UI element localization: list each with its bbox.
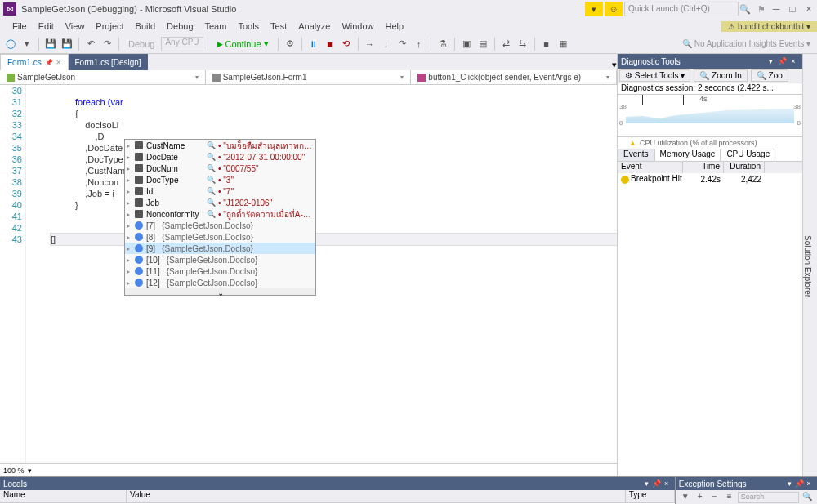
intellisense-item-row[interactable]: ▸[10]{SampleGetJson.DocIso} <box>125 254 315 265</box>
event-row[interactable]: Breakpoint Hit 2.42s 2,422 <box>618 173 802 185</box>
intellisense-property-row[interactable]: ▸Nonconformity🔍• "ถูกต้ำรัดความเมื่อที่A… <box>125 208 315 220</box>
close-icon[interactable]: × <box>804 479 814 488</box>
config-combo[interactable]: Debug <box>123 39 159 49</box>
quick-launch-input[interactable]: Quick Launch (Ctrl+Q) <box>624 2 739 16</box>
tools-icon[interactable]: ⚗ <box>435 37 450 51</box>
btn1-icon[interactable]: ▣ <box>459 37 474 51</box>
dropdown-icon[interactable]: ▾ <box>784 479 794 488</box>
intellisense-item-row[interactable]: ▸[11]{SampleGetJson.DocIso} <box>125 265 315 277</box>
code-body[interactable]: foreach (var { docIsoLi ,D ,DocDate ,Doc… <box>26 85 617 463</box>
tab-form1-design[interactable]: Form1.cs [Design] <box>69 54 148 70</box>
close-button[interactable]: × <box>801 3 817 15</box>
btn3-icon[interactable]: ⇄ <box>499 37 514 51</box>
forward-icon[interactable]: ▾ <box>20 37 34 51</box>
btn4-icon[interactable]: ⇆ <box>516 37 530 51</box>
intellisense-property-row[interactable]: ▸DocNum🔍• "0007/55" <box>125 163 315 174</box>
step-into-icon[interactable]: ↓ <box>379 37 394 51</box>
intellisense-property-row[interactable]: ▸Job🔍• "J1202-0106" <box>125 197 315 208</box>
col-event[interactable]: Event <box>618 162 683 173</box>
flag-icon[interactable]: ⚑ <box>755 4 768 15</box>
intellisense-property-row[interactable]: ▸DocType🔍• "3" <box>125 174 315 185</box>
app-insights-link[interactable]: 🔍 No Application Insights Events ▾ <box>682 39 810 48</box>
intellisense-item-row[interactable]: ▸[9]{SampleGetJson.DocIso} <box>125 243 315 254</box>
restart-icon[interactable]: ⟲ <box>339 37 354 51</box>
col-name[interactable]: Name <box>0 490 127 502</box>
pin-icon[interactable]: 📌 <box>776 57 788 65</box>
show-next-icon[interactable]: → <box>363 37 377 51</box>
redo-icon[interactable]: ↷ <box>100 37 114 51</box>
maximize-button[interactable]: □ <box>784 3 801 15</box>
continue-button[interactable]: Continue ▾ <box>212 38 274 49</box>
menu-analyze[interactable]: Analyze <box>292 21 336 31</box>
zoom-out-button[interactable]: 🔍 Zoo <box>751 69 788 82</box>
intellisense-item-row[interactable]: ▸[7]{SampleGetJson.DocIso} <box>125 220 315 231</box>
back-icon[interactable]: ◯ <box>3 37 18 51</box>
btn6-icon[interactable]: ▦ <box>556 37 570 51</box>
close-icon[interactable]: × <box>56 58 61 67</box>
btn5-icon[interactable]: ■ <box>539 37 554 51</box>
undo-icon[interactable]: ↶ <box>83 37 98 51</box>
exc-search-input[interactable]: Search <box>738 492 799 503</box>
intellisense-property-row[interactable]: ▸Id🔍• "7" <box>125 185 315 197</box>
tab-events[interactable]: Events <box>618 149 654 161</box>
menu-debug[interactable]: Debug <box>161 21 199 31</box>
menu-tools[interactable]: Tools <box>232 21 265 31</box>
dropdown-icon[interactable]: ▾ <box>642 479 652 488</box>
feedback-icon[interactable]: ☺ <box>605 2 623 16</box>
menu-edit[interactable]: Edit <box>33 21 60 31</box>
search-icon[interactable]: 🔍 <box>801 492 814 503</box>
col-duration[interactable]: Duration <box>724 162 765 173</box>
menu-view[interactable]: View <box>60 21 91 31</box>
intellisense-property-row[interactable]: ▸CustName🔍• "บมจ็อดืมสำเนุลเทาทกรณ์" <box>125 140 315 151</box>
col-time[interactable]: Time <box>683 162 724 173</box>
namespace-combo[interactable]: SampleGetJson <box>0 70 206 84</box>
step-over-icon[interactable]: ↷ <box>395 37 410 51</box>
tab-memory-usage[interactable]: Memory Usage <box>654 149 721 161</box>
tab-cpu-usage[interactable]: CPU Usage <box>721 149 775 161</box>
tab-form1-cs[interactable]: Form1.cs 📌 × <box>0 54 69 70</box>
col-value[interactable]: Value <box>127 490 626 502</box>
menu-test[interactable]: Test <box>265 21 292 31</box>
menu-build[interactable]: Build <box>130 21 161 31</box>
platform-combo[interactable]: Any CPU <box>161 37 203 51</box>
menu-file[interactable]: File <box>7 21 33 31</box>
tab-dropdown-icon[interactable]: ▾ <box>612 60 617 70</box>
btn2-icon[interactable]: ▤ <box>475 37 490 51</box>
pin-icon[interactable]: 📌 <box>45 59 53 66</box>
list-icon[interactable]: ≡ <box>723 492 736 503</box>
pin-icon[interactable]: 📌 <box>794 479 804 488</box>
zoom-in-button[interactable]: 🔍 Zoom In <box>694 69 747 82</box>
intellisense-item-row[interactable]: ▸[8]{SampleGetJson.DocIso} <box>125 231 315 243</box>
add-icon[interactable]: + <box>694 492 707 503</box>
menu-help[interactable]: Help <box>380 21 410 31</box>
dropdown-icon[interactable]: ▾ <box>765 57 776 65</box>
close-icon[interactable]: × <box>662 479 672 488</box>
class-combo[interactable]: SampleGetJson.Form1 <box>206 70 412 84</box>
menu-team[interactable]: Team <box>199 21 233 31</box>
filter-icon[interactable]: ▼ <box>679 492 692 503</box>
menu-window[interactable]: Window <box>336 21 379 31</box>
stop-icon[interactable]: ■ <box>323 37 337 51</box>
code-editor[interactable]: 30 31 32 33 34 35 36 37 38 39 40 41 42 4… <box>0 85 617 463</box>
diag-chart[interactable]: 4s 38 0 38 0 <box>618 95 802 137</box>
minimize-button[interactable]: ─ <box>768 3 784 15</box>
pin-icon[interactable]: 📌 <box>652 479 662 488</box>
save-icon[interactable]: 💾 <box>43 37 58 51</box>
save-all-icon[interactable]: 💾 <box>60 37 74 51</box>
menu-project[interactable]: Project <box>90 21 129 31</box>
col-type[interactable]: Type <box>626 490 675 502</box>
intellisense-item-row[interactable]: ▸[12]{SampleGetJson.DocIso} <box>125 277 315 288</box>
remove-icon[interactable]: − <box>708 492 721 503</box>
intellisense-resize[interactable]: ⌄ <box>125 288 315 295</box>
solution-explorer-tab[interactable]: Solution Explorer <box>802 54 817 476</box>
intellisense-property-row[interactable]: ▸DocDate🔍• "2012-07-31 00:00:00" <box>125 151 315 163</box>
notifications-icon[interactable]: ▾ <box>585 2 603 16</box>
method-combo[interactable]: button1_Click(object sender, EventArgs e… <box>411 70 617 84</box>
zoom-level[interactable]: 100 % <box>3 466 25 475</box>
select-tools-button[interactable]: ⚙ Select Tools ▾ <box>619 69 690 82</box>
step-out-icon[interactable]: ↑ <box>412 37 426 51</box>
user-badge[interactable]: ⚠ bundit chokbunthit ▾ <box>721 21 817 32</box>
search-icon[interactable]: 🔍 <box>739 4 752 15</box>
close-icon[interactable]: × <box>788 57 799 65</box>
process-icon[interactable]: ⚙ <box>283 37 297 51</box>
